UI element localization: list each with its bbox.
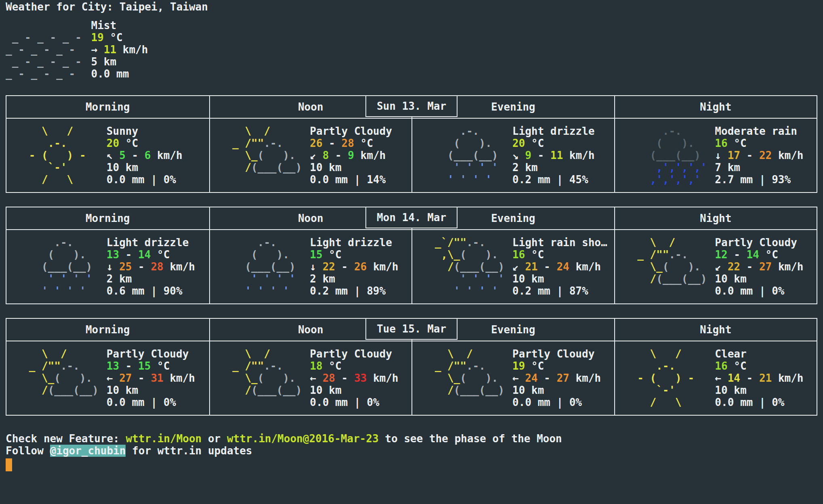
text-segment: ↙ [512,261,525,273]
text-segment: 14 [138,249,151,261]
text-segment: 13 [107,249,119,261]
text-segment: 10 km [107,161,138,174]
wttr-moon-link[interactable]: wttr.in/Moon [126,433,202,445]
text-segment: 10 km [310,161,341,174]
text-segment: ' ' ' ' [23,285,86,297]
text-segment: Mist [91,19,116,31]
text-segment: 10 km [512,273,544,285]
wttr-moon-link[interactable]: wttr.in/Moon@2016-Mar-23 [227,433,379,445]
text-segment: - [323,137,342,149]
text-segment: ← [715,372,727,384]
text-segment: _ /"" [226,360,264,372]
text-segment: \_ [226,149,258,161]
text-segment: to see the phase of the Moon [379,433,562,445]
text-segment: km/h [772,261,803,273]
text-segment: - [537,261,556,273]
text-segment: - [728,249,747,261]
text-segment: - [329,149,348,161]
twitter-mention-highlight[interactable]: @igor_chubin [50,445,126,457]
text-segment: \_ [23,372,54,384]
text-segment: Partly Cloudy [107,348,189,360]
moon-feature-line: Check new Feature: wttr.in/Moon or wttr.… [6,433,817,445]
text-segment: ← [512,372,525,384]
text-segment: ← [107,372,119,384]
column-header: Morning [6,207,209,230]
text-segment: ↙ [715,261,727,273]
forecast-days: Sun 13. Mar MorningNoonEveningNight \ / … [6,95,817,416]
text-segment: .-. [23,137,92,149]
text-segment: Follow [6,445,50,457]
text-segment: - [335,261,354,273]
text-segment: \ / [428,348,473,360]
text-segment: (___(__) [23,261,92,273]
text-segment: _ /"" [428,360,466,372]
text-segment: ' ' ' ' [23,273,92,285]
text-segment: km/h [164,261,195,273]
text-segment: - [126,149,145,161]
text-segment: 16 [715,360,727,372]
text-segment: / [226,161,252,174]
text-segment: \ / [23,348,67,360]
text-segment: Partly Cloudy [310,348,392,360]
text-segment: 24 [525,372,537,384]
forecast-cell: \ / _ /"".-. \_( ). /(___(__) Partly Clo… [412,341,614,415]
forecast-cell: _`/"".-. ,\_( ). /(___(__) ' ' ' ' ' ' '… [412,230,614,303]
text-segment: - ( ) - [23,149,92,161]
sunny-weather-icon: \ / .-. - ( ) - `-' / \ [23,125,99,186]
terminal-cursor[interactable] [6,458,12,471]
text-segment: \ / [23,125,92,137]
text-segment: ( ). [460,372,498,384]
partly-cloudy-weather-icon: \ / _ /"".-. \_( ). /(___(__) [631,236,707,297]
sunny-weather-icon: \ / .-. - ( ) - `-' / \ [631,348,707,408]
text-segment: or [202,433,227,445]
text-segment: 11 [550,149,563,161]
text-segment: - [740,261,759,273]
day-banner: Sun 13. Mar [365,95,458,117]
text-segment: 22 [759,149,772,161]
forecast-cell-text: Light drizzle 13 - 14 °C ↓ 25 - 28 km/h … [107,236,195,297]
text-segment: 27 [556,372,569,384]
text-segment: °C [525,360,544,372]
forecast-cell-text: Light rain sho… 16 °C ↙ 21 - 24 km/h 10 … [512,236,607,297]
day-section: Sun 13. Mar MorningNoonEveningNight \ / … [6,95,817,193]
text-segment: 21 [759,372,772,384]
text-segment: 11 [104,44,116,56]
text-segment: 19 [91,31,103,44]
text-segment: 18 [310,360,322,372]
text-segment: - [740,149,759,161]
forecast-cell-text: Partly Cloudy 12 - 14 °C ↙ 22 - 27 km/h … [715,236,803,297]
text-segment: .-. [428,125,479,137]
text-segment: - [119,360,138,372]
text-segment: 27 [119,372,132,384]
text-segment: 15 [138,360,151,372]
text-segment: / [428,261,454,273]
text-segment: ( ). [54,372,92,384]
day-section: Tue 15. Mar MorningNoonEveningNight \ / … [6,318,817,416]
forecast-cell: \ / _ /"".-. \_( ). /(___(__) Partly Clo… [209,119,412,192]
text-segment: - [119,249,138,261]
text-segment: 16 [512,249,525,261]
text-segment: ↓ [310,261,322,273]
text-segment: Partly Cloudy [310,125,392,137]
text-segment: ↓ [715,149,727,161]
text-segment: for wttr.in updates [126,445,252,457]
text-segment: °C [104,31,123,44]
forecast-cell: \ / .-. - ( ) - `-' / \ Sunny 20 °C ↖ 5 … [6,119,209,192]
text-segment: .-. [669,249,688,261]
text-segment: Partly Cloudy [512,348,595,360]
text-segment: ( ). [428,137,492,149]
day-label: Mon 14. Mar [377,211,446,224]
text-segment: 20 [512,137,525,149]
text-segment: _ - _ - _ - [6,44,88,56]
text-segment: 9 [348,149,354,161]
text-segment: \_ [226,372,258,384]
text-segment: .-. [264,360,283,372]
text-segment: Sunny [107,125,138,137]
forecast-cell: \ / _ /"".-. \_( ). /(___(__) Partly Clo… [614,230,817,303]
text-segment: `-' [631,384,701,396]
text-segment: ,\_ [428,249,460,261]
text-segment: (___(__) [656,273,707,285]
text-segment: °C [525,249,544,261]
text-segment: `-' [23,161,92,174]
text-segment: \ / [226,348,271,360]
